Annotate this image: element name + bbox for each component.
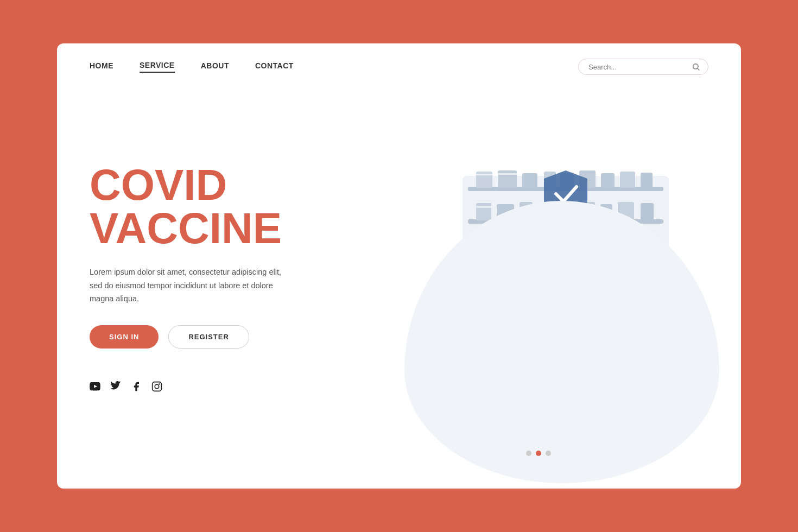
instagram-icon[interactable]	[151, 381, 162, 395]
youtube-icon[interactable]	[90, 381, 100, 395]
nav-home[interactable]: HOME	[90, 61, 113, 72]
svg-rect-8	[476, 174, 492, 175]
svg-rect-19	[476, 203, 491, 220]
register-button[interactable]: REGISTER	[168, 325, 249, 349]
svg-rect-17	[641, 173, 653, 188]
button-row: SIGN IN REGISTER	[90, 325, 357, 349]
left-content: COVID VACCINE Lorem ipsum dolor sit amet…	[90, 86, 368, 472]
svg-rect-10	[498, 173, 517, 175]
signin-button[interactable]: SIGN IN	[90, 325, 159, 349]
svg-rect-2	[153, 382, 162, 391]
slide-dot-1[interactable]	[526, 451, 531, 456]
hero-description: Lorem ipsum dolor sit amet, consectetur …	[90, 265, 285, 306]
svg-rect-15	[601, 173, 615, 188]
slide-dots	[526, 451, 551, 456]
svg-rect-11	[522, 173, 537, 188]
search-input[interactable]	[588, 63, 687, 71]
social-icons	[90, 381, 357, 395]
nav-about[interactable]: ABOUT	[201, 61, 229, 72]
svg-rect-28	[641, 203, 654, 220]
slide-dot-2[interactable]	[536, 451, 541, 456]
search-icon[interactable]	[692, 62, 700, 71]
search-bar	[578, 59, 708, 75]
right-illustration	[368, 86, 708, 472]
facebook-icon[interactable]	[131, 381, 142, 395]
svg-point-3	[155, 384, 159, 389]
main-content: COVID VACCINE Lorem ipsum dolor sit amet…	[57, 75, 741, 489]
svg-rect-9	[498, 170, 517, 188]
main-card: HOME SERVICE ABOUT CONTACT COVID VACCINE…	[57, 43, 741, 489]
twitter-icon[interactable]	[110, 381, 121, 395]
nav-contact[interactable]: CONTACT	[255, 61, 294, 72]
svg-rect-20	[476, 206, 491, 208]
slide-dot-3[interactable]	[546, 451, 551, 456]
navbar: HOME SERVICE ABOUT CONTACT	[57, 43, 741, 75]
svg-line-1	[698, 68, 699, 70]
nav-service[interactable]: SERVICE	[140, 61, 175, 73]
svg-rect-16	[620, 172, 635, 188]
hero-title: COVID VACCINE	[90, 163, 357, 250]
svg-point-4	[159, 384, 160, 384]
